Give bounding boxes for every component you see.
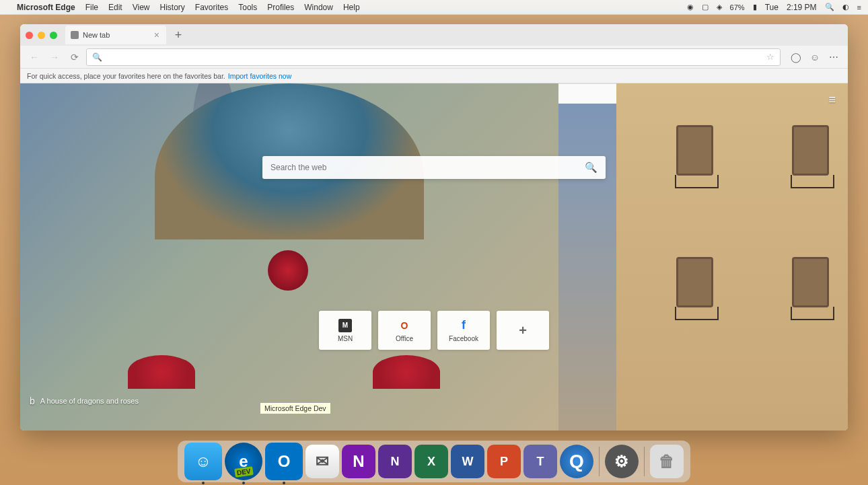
dock-onenote[interactable]: N bbox=[342, 445, 375, 478]
dock-edge-dev[interactable]: eDEV bbox=[225, 443, 262, 480]
window-close-button[interactable] bbox=[26, 32, 33, 39]
back-button[interactable]: ← bbox=[26, 48, 43, 66]
menu-favorites[interactable]: Favorites bbox=[195, 3, 228, 12]
tab-close-icon[interactable]: × bbox=[154, 30, 159, 40]
window-maximize-button[interactable] bbox=[50, 32, 57, 39]
browser-tab[interactable]: New tab × bbox=[65, 26, 166, 44]
tile-office[interactable]: O Office bbox=[378, 311, 431, 350]
dock-outlook[interactable]: O bbox=[265, 443, 303, 480]
status-icon[interactable]: ◉ bbox=[687, 3, 694, 11]
window-controls bbox=[26, 32, 57, 39]
tile-label: MSN bbox=[338, 335, 353, 342]
forward-button[interactable]: → bbox=[46, 48, 63, 66]
dock-trash[interactable]: 🗑 bbox=[650, 445, 684, 478]
dock-quicktime[interactable]: Q bbox=[560, 445, 593, 478]
menu-edit[interactable]: Edit bbox=[108, 3, 122, 12]
address-bar[interactable]: 🔍 ☆ bbox=[86, 48, 781, 66]
spotlight-icon[interactable]: 🔍 bbox=[825, 3, 834, 11]
quick-links-tiles: M MSN O Office f Facebook + bbox=[319, 311, 549, 350]
tile-label: Office bbox=[396, 335, 413, 342]
bing-icon: b bbox=[30, 396, 35, 406]
dock-teams[interactable]: T bbox=[523, 445, 557, 478]
favorite-star-icon[interactable]: ☆ bbox=[766, 52, 774, 62]
tab-title: New tab bbox=[83, 31, 110, 39]
tile-facebook[interactable]: f Facebook bbox=[437, 311, 490, 350]
background-image bbox=[20, 83, 848, 431]
dock-excel[interactable]: X bbox=[414, 445, 448, 478]
feedback-button[interactable]: ☺ bbox=[806, 48, 824, 66]
dock-mail[interactable]: ✉ bbox=[305, 445, 339, 478]
page-settings-icon[interactable]: ≡ bbox=[828, 93, 836, 107]
tile-label: Facebook bbox=[449, 335, 478, 342]
search-icon: 🔍 bbox=[92, 52, 102, 62]
dock-separator bbox=[599, 447, 600, 476]
dock-word[interactable]: W bbox=[451, 445, 484, 478]
favorites-hint: For quick access, place your favorites h… bbox=[27, 72, 225, 80]
menu-history[interactable]: History bbox=[160, 3, 185, 12]
menu-help[interactable]: Help bbox=[343, 3, 360, 12]
battery-percent[interactable]: 67% bbox=[730, 3, 745, 11]
dock-onenote2[interactable]: N bbox=[378, 445, 412, 478]
dock-finder[interactable]: ☺ bbox=[184, 443, 222, 480]
image-caption[interactable]: b A house of dragons and roses bbox=[30, 396, 139, 406]
refresh-button[interactable]: ⟳ bbox=[66, 48, 83, 66]
caption-text: A house of dragons and roses bbox=[40, 397, 139, 405]
menu-window[interactable]: Window bbox=[304, 3, 333, 12]
menu-file[interactable]: File bbox=[85, 3, 98, 12]
battery-icon[interactable]: ▮ bbox=[753, 3, 757, 11]
dock-system-preferences[interactable]: ⚙ bbox=[605, 445, 639, 478]
import-favorites-link[interactable]: Import favorites now bbox=[228, 72, 292, 80]
control-center-icon[interactable]: ◐ bbox=[842, 3, 849, 11]
menubar-day[interactable]: Tue bbox=[765, 3, 779, 12]
facebook-icon: f bbox=[457, 319, 470, 332]
search-submit-icon[interactable]: 🔍 bbox=[585, 161, 598, 174]
ntp-search-box[interactable]: 🔍 bbox=[262, 156, 606, 179]
plus-icon: + bbox=[516, 324, 530, 337]
window-minimize-button[interactable] bbox=[38, 32, 45, 39]
msn-icon: M bbox=[338, 319, 352, 332]
browser-window: New tab × + ← → ⟳ 🔍 ☆ ◯ ☺ ⋯ For quick ac… bbox=[20, 24, 848, 431]
new-tab-button[interactable]: + bbox=[170, 28, 186, 42]
profile-button[interactable]: ◯ bbox=[787, 48, 805, 66]
ntp-search-input[interactable] bbox=[270, 163, 585, 172]
macos-menubar: Microsoft Edge File Edit View History Fa… bbox=[0, 0, 868, 15]
menubar-time[interactable]: 2:19 PM bbox=[787, 3, 817, 12]
dock-powerpoint[interactable]: P bbox=[487, 445, 521, 478]
dock-tooltip: Microsoft Edge Dev bbox=[260, 402, 331, 414]
new-tab-page: ≡ 🔍 M MSN O Office f Facebook + b bbox=[20, 83, 848, 431]
address-input[interactable] bbox=[106, 52, 762, 62]
tab-favicon bbox=[71, 31, 79, 39]
macos-dock: ☺ eDEV O ✉ N N X W P T Q ⚙ 🗑 bbox=[178, 441, 690, 482]
tab-bar: New tab × + bbox=[20, 24, 848, 46]
menu-tools[interactable]: Tools bbox=[238, 3, 257, 12]
tile-msn[interactable]: M MSN bbox=[319, 311, 371, 350]
wifi-icon[interactable]: ◈ bbox=[717, 3, 722, 11]
app-name[interactable]: Microsoft Edge bbox=[17, 3, 75, 12]
menu-profiles[interactable]: Profiles bbox=[267, 3, 294, 12]
airplay-icon[interactable]: ▢ bbox=[702, 3, 709, 11]
more-menu-button[interactable]: ⋯ bbox=[825, 48, 842, 66]
address-bar-row: ← → ⟳ 🔍 ☆ ◯ ☺ ⋯ bbox=[20, 46, 848, 69]
menu-view[interactable]: View bbox=[133, 3, 150, 12]
dock-separator bbox=[644, 447, 645, 476]
tile-add[interactable]: + bbox=[497, 311, 549, 350]
notifications-icon[interactable]: ≡ bbox=[857, 3, 861, 11]
office-icon: O bbox=[398, 319, 411, 332]
favorites-bar: For quick access, place your favorites h… bbox=[20, 69, 848, 83]
